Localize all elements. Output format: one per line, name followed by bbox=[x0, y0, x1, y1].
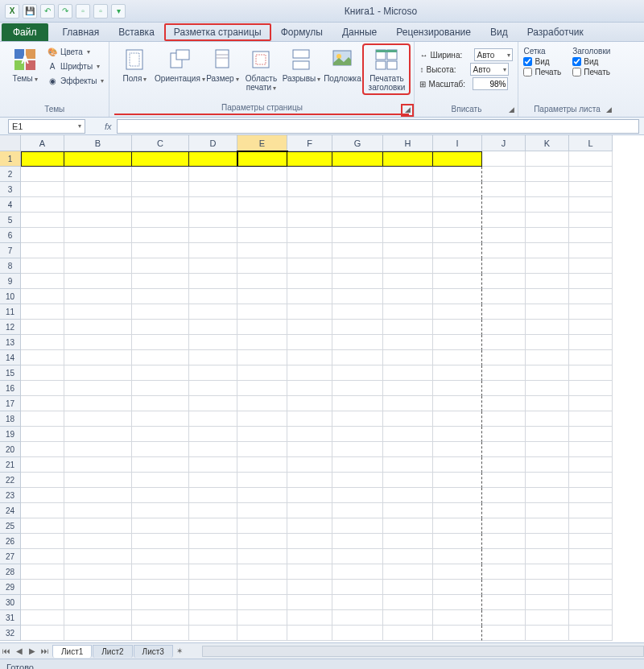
cell-L12[interactable] bbox=[569, 320, 613, 335]
cell-F18[interactable] bbox=[287, 411, 332, 427]
cell-I17[interactable] bbox=[433, 396, 482, 411]
cell-J12[interactable] bbox=[482, 320, 526, 335]
tab-insert[interactable]: Вставка bbox=[109, 23, 164, 41]
row-header-22[interactable]: 22 bbox=[0, 473, 21, 488]
cell-J7[interactable] bbox=[482, 243, 526, 258]
cell-J25[interactable] bbox=[482, 518, 526, 534]
cell-I10[interactable] bbox=[433, 289, 482, 304]
cell-B11[interactable] bbox=[64, 304, 132, 320]
cell-A2[interactable] bbox=[21, 167, 64, 182]
cell-H20[interactable] bbox=[383, 442, 433, 457]
row-header-18[interactable]: 18 bbox=[0, 411, 21, 427]
cell-K7[interactable] bbox=[526, 243, 569, 258]
cell-A17[interactable] bbox=[21, 396, 64, 411]
cell-H31[interactable] bbox=[383, 610, 433, 626]
size-button[interactable]: Размер▾ bbox=[204, 45, 240, 85]
cell-J3[interactable] bbox=[482, 182, 526, 197]
cell-G23[interactable] bbox=[332, 488, 383, 503]
cell-E19[interactable] bbox=[237, 427, 287, 442]
cell-F19[interactable] bbox=[287, 427, 332, 442]
column-header-D[interactable]: D bbox=[189, 135, 237, 151]
cell-B8[interactable] bbox=[64, 258, 132, 274]
cell-L5[interactable] bbox=[569, 213, 613, 228]
tab-page-layout[interactable]: Разметка страницы bbox=[164, 23, 271, 41]
cell-J32[interactable] bbox=[482, 626, 526, 641]
cell-K5[interactable] bbox=[526, 213, 569, 228]
cell-F2[interactable] bbox=[287, 167, 332, 182]
row-header-11[interactable]: 11 bbox=[0, 304, 21, 320]
cell-C1[interactable] bbox=[132, 151, 189, 167]
cell-D10[interactable] bbox=[189, 289, 237, 304]
cell-B2[interactable] bbox=[64, 167, 132, 182]
cell-A26[interactable] bbox=[21, 534, 64, 549]
cell-D31[interactable] bbox=[189, 610, 237, 626]
tab-view[interactable]: Вид bbox=[481, 23, 518, 41]
cell-K29[interactable] bbox=[526, 580, 569, 595]
cell-L10[interactable] bbox=[569, 289, 613, 304]
cell-E15[interactable] bbox=[237, 365, 287, 381]
column-header-G[interactable]: G bbox=[332, 135, 383, 151]
cell-C22[interactable] bbox=[132, 473, 189, 488]
cell-I6[interactable] bbox=[433, 228, 482, 243]
cell-D4[interactable] bbox=[189, 197, 237, 213]
cell-D18[interactable] bbox=[189, 411, 237, 427]
cell-I22[interactable] bbox=[433, 473, 482, 488]
cell-F27[interactable] bbox=[287, 549, 332, 564]
cell-J11[interactable] bbox=[482, 304, 526, 320]
cell-D25[interactable] bbox=[189, 518, 237, 534]
cell-E1[interactable] bbox=[237, 151, 287, 167]
cell-H22[interactable] bbox=[383, 473, 433, 488]
print-area-button[interactable]: Область печати▾ bbox=[242, 45, 280, 94]
cell-I16[interactable] bbox=[433, 381, 482, 396]
cell-D13[interactable] bbox=[189, 335, 237, 350]
cell-G29[interactable] bbox=[332, 580, 383, 595]
cell-E14[interactable] bbox=[237, 350, 287, 365]
row-header-2[interactable]: 2 bbox=[0, 167, 21, 182]
cell-H17[interactable] bbox=[383, 396, 433, 411]
row-header-14[interactable]: 14 bbox=[0, 350, 21, 365]
row-header-21[interactable]: 21 bbox=[0, 457, 21, 473]
sheet-nav-first[interactable]: ⏮ bbox=[0, 646, 13, 655]
cell-L9[interactable] bbox=[569, 274, 613, 289]
cell-C21[interactable] bbox=[132, 457, 189, 473]
cell-K25[interactable] bbox=[526, 518, 569, 534]
cell-E2[interactable] bbox=[237, 167, 287, 182]
themes-button[interactable]: A Темы▾ bbox=[5, 45, 45, 85]
cell-I11[interactable] bbox=[433, 304, 482, 320]
cell-F23[interactable] bbox=[287, 488, 332, 503]
column-header-J[interactable]: J bbox=[482, 135, 526, 151]
cell-F17[interactable] bbox=[287, 396, 332, 411]
cell-L19[interactable] bbox=[569, 427, 613, 442]
cell-B21[interactable] bbox=[64, 457, 132, 473]
cell-J8[interactable] bbox=[482, 258, 526, 274]
tab-formulas[interactable]: Формулы bbox=[271, 23, 332, 41]
cell-E7[interactable] bbox=[237, 243, 287, 258]
cell-G27[interactable] bbox=[332, 549, 383, 564]
cell-H21[interactable] bbox=[383, 457, 433, 473]
cell-D1[interactable] bbox=[189, 151, 237, 167]
row-header-23[interactable]: 23 bbox=[0, 488, 21, 503]
cell-G7[interactable] bbox=[332, 243, 383, 258]
cell-D23[interactable] bbox=[189, 488, 237, 503]
cell-I12[interactable] bbox=[433, 320, 482, 335]
cell-F11[interactable] bbox=[287, 304, 332, 320]
cell-H9[interactable] bbox=[383, 274, 433, 289]
cell-D29[interactable] bbox=[189, 580, 237, 595]
cell-H4[interactable] bbox=[383, 197, 433, 213]
cell-L22[interactable] bbox=[569, 473, 613, 488]
cell-L13[interactable] bbox=[569, 335, 613, 350]
cell-F15[interactable] bbox=[287, 365, 332, 381]
cell-J9[interactable] bbox=[482, 274, 526, 289]
cell-F5[interactable] bbox=[287, 213, 332, 228]
cell-I3[interactable] bbox=[433, 182, 482, 197]
cell-L14[interactable] bbox=[569, 350, 613, 365]
cell-E26[interactable] bbox=[237, 534, 287, 549]
cell-F31[interactable] bbox=[287, 610, 332, 626]
cell-I30[interactable] bbox=[433, 595, 482, 610]
margins-button[interactable]: Поля▾ bbox=[114, 45, 155, 85]
cell-K32[interactable] bbox=[526, 626, 569, 641]
row-header-16[interactable]: 16 bbox=[0, 381, 21, 396]
row-header-9[interactable]: 9 bbox=[0, 274, 21, 289]
cell-G5[interactable] bbox=[332, 213, 383, 228]
cell-B27[interactable] bbox=[64, 549, 132, 564]
